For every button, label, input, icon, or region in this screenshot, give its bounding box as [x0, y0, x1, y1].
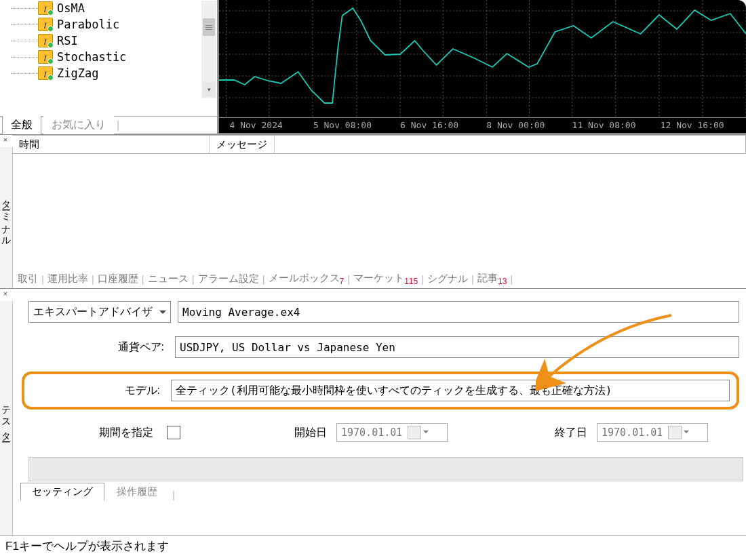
col-time[interactable]: 時間	[12, 136, 210, 153]
symbol-field[interactable]: USDJPY, US Dollar vs Japanese Yen	[175, 336, 739, 358]
tree-item[interactable]: fRSI	[38, 33, 214, 49]
terminal-tab[interactable]: メールボックス7	[269, 272, 345, 286]
terminal-tab[interactable]: 運用比率	[47, 273, 88, 285]
close-icon[interactable]: ×	[1, 290, 9, 298]
terminal-tab[interactable]: 取引	[18, 273, 38, 285]
col-message[interactable]: メッセージ	[210, 136, 275, 153]
to-date-field[interactable]: 1970.01.01	[597, 423, 708, 442]
terminal-log-area[interactable]	[12, 154, 746, 269]
tree-item[interactable]: fParabolic	[38, 16, 214, 33]
terminal-tabs: 取引 | 運用比率 | 口座履歴 | ニュース | アラーム設定 | メールボッ…	[12, 269, 746, 288]
symbol-label: 通貨ペア:	[28, 340, 168, 355]
terminal-tab[interactable]: マーケット115	[353, 272, 418, 286]
use-period-label: 期間を指定	[28, 426, 157, 440]
close-icon[interactable]: ×	[1, 136, 9, 144]
terminal-panel: × ターミナル 時間 メッセージ 取引 | 運用比率 | 口座履歴 | ニュース…	[0, 134, 746, 288]
scroll-down-icon[interactable]: ▾	[203, 82, 215, 97]
ea-type-combo[interactable]: エキスパートアドバイザ	[28, 301, 171, 323]
tester-panel: × テスター エキスパートアドバイザ Moving Average.ex4 通貨…	[0, 288, 746, 536]
tab-separator: |	[117, 119, 119, 132]
indicator-icon: f	[38, 34, 53, 47]
tree-item[interactable]: fOsMA	[38, 0, 214, 16]
terminal-tab[interactable]: 口座履歴	[98, 273, 138, 285]
terminal-tab[interactable]: シグナル	[427, 273, 468, 285]
navigator-scrollbar[interactable]: ▾	[201, 1, 216, 98]
model-highlight: モデル: 全ティック(利用可能な最小時間枠を使いすべてのティックを生成する、最も…	[22, 372, 739, 409]
terminal-tab[interactable]: アラーム設定	[198, 273, 259, 285]
tree-item-label: RSI	[57, 34, 78, 47]
indicator-icon: f	[38, 1, 53, 15]
tree-item-label: Parabolic	[57, 18, 119, 31]
calendar-icon[interactable]	[408, 426, 421, 439]
from-date-label: 開始日	[294, 426, 327, 440]
scroll-thumb[interactable]	[203, 18, 215, 36]
model-label: モデル:	[31, 384, 164, 398]
chart-time-axis: 4 Nov 20245 Nov 08:006 Nov 16:008 Nov 00…	[219, 117, 746, 133]
tab-favorites[interactable]: お気に入り	[43, 116, 114, 134]
tab-general[interactable]: 全般	[2, 115, 41, 134]
calendar-icon[interactable]	[668, 426, 682, 439]
indicator-icon: f	[38, 50, 53, 64]
from-date-field[interactable]: 1970.01.01	[336, 423, 448, 442]
tree-item[interactable]: fZigZag	[38, 65, 214, 81]
tree-item-label: OsMA	[57, 1, 85, 15]
tab-settings[interactable]: セッティング	[20, 483, 104, 500]
model-combo[interactable]: 全ティック(利用可能な最小時間枠を使いすべてのティックを生成する、最も正確な方法…	[171, 380, 730, 401]
indicator-tree[interactable]: fOsMA fParabolic fRSI fStochastic fZigZa…	[0, 0, 217, 84]
terminal-tab[interactable]: 記事13	[477, 272, 507, 286]
terminal-columns: 時間 メッセージ	[12, 135, 746, 154]
terminal-tab[interactable]: ニュース	[148, 273, 189, 285]
navigator-pane: fOsMA fParabolic fRSI fStochastic fZigZa…	[0, 0, 218, 134]
tester-vertical-label: テスター	[0, 301, 13, 536]
tree-item[interactable]: fStochastic	[38, 49, 214, 65]
ea-file-field[interactable]: Moving Average.ex4	[178, 301, 739, 323]
price-chart[interactable]: 4 Nov 20245 Nov 08:006 Nov 16:008 Nov 00…	[218, 0, 746, 134]
use-period-checkbox[interactable]	[167, 426, 180, 439]
tab-journal[interactable]: 操作履歴	[106, 483, 168, 500]
terminal-vertical-label: ターミナル	[0, 147, 13, 288]
indicator-icon: f	[38, 66, 53, 80]
indicator-icon: f	[38, 18, 53, 31]
progress-strip	[28, 457, 743, 481]
tree-item-label: ZigZag	[57, 66, 98, 80]
tree-item-label: Stochastic	[57, 50, 126, 64]
status-bar: F1キーでヘルプが表示されます	[0, 535, 746, 560]
to-date-label: 終了日	[555, 426, 587, 440]
